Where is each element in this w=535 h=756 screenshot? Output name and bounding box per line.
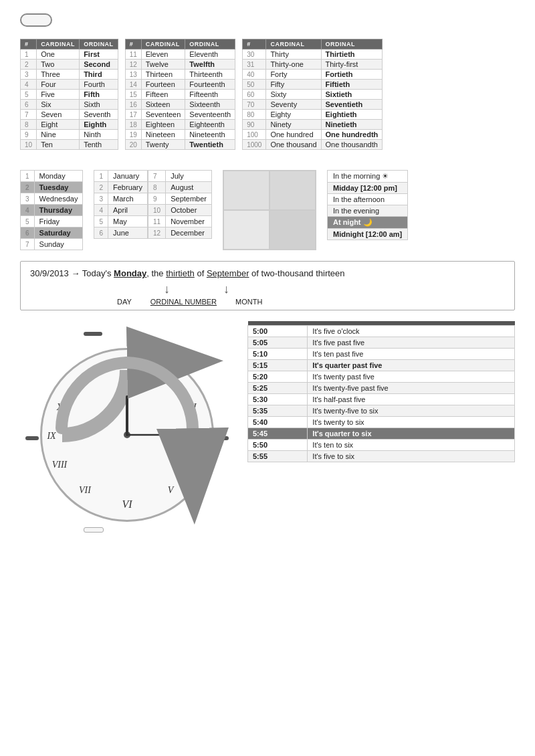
ordinal-cell: Seventieth bbox=[321, 100, 383, 110]
day-name: Saturday bbox=[34, 227, 83, 239]
day-num: 2 bbox=[21, 182, 35, 193]
cardinal-cell: Eleven bbox=[141, 50, 185, 60]
label-month: MONTH bbox=[235, 298, 262, 306]
num-cell: 17 bbox=[125, 110, 141, 120]
time-cell: 5:10 bbox=[248, 349, 308, 360]
arrow-month: ↓ bbox=[223, 282, 229, 296]
month-name: December bbox=[166, 227, 212, 239]
num-cell: 10 bbox=[21, 140, 37, 150]
months-table-1: 1 January2 February3 March4 April5 May6 … bbox=[94, 170, 148, 239]
cardinal-cell: Eight bbox=[37, 120, 80, 130]
date-the: , the bbox=[146, 268, 166, 278]
ordinal-cell: Ninetieth bbox=[321, 120, 383, 130]
numbers-tables: # CARDINAL ORDINAL 1 One First2 Two Seco… bbox=[20, 39, 515, 150]
day-name: Thursday bbox=[34, 205, 83, 216]
time-cell: 5:15 bbox=[248, 360, 308, 371]
cardinal-cell: Nine bbox=[37, 130, 80, 140]
day-name: Wednesday bbox=[34, 193, 83, 205]
time-desc: It's ten to six bbox=[308, 440, 515, 451]
cardinal-cell: Seventeen bbox=[141, 110, 185, 120]
daytime-label: In the evening bbox=[327, 205, 407, 217]
time-cell: 5:50 bbox=[248, 440, 308, 451]
cardinal-cell: Twelve bbox=[141, 60, 185, 70]
date-rest: of two-thousand thirteen bbox=[249, 268, 344, 278]
time-cell: 5:30 bbox=[248, 394, 308, 405]
days-block: 1 Monday2 Tuesday3 Wednesday4 Thursday5 … bbox=[20, 161, 83, 250]
month-num: 6 bbox=[94, 227, 108, 239]
month-num: 12 bbox=[148, 227, 166, 239]
col-ordinal: ORDINAL bbox=[321, 39, 383, 50]
ordinal-cell: Twelfth bbox=[185, 60, 235, 70]
col-ordinal: ORDINAL bbox=[80, 39, 118, 50]
oclock-button bbox=[84, 332, 102, 336]
time-desc: It's quarter to six bbox=[308, 428, 515, 440]
season-summer bbox=[270, 171, 316, 210]
month-num: 10 bbox=[148, 205, 166, 216]
time-desc: It's twenty to six bbox=[308, 417, 515, 428]
ordinal-cell: Second bbox=[80, 60, 118, 70]
col-cardinal: CARDINAL bbox=[141, 39, 185, 50]
col-cardinal: CARDINAL bbox=[266, 39, 321, 50]
day-num: 5 bbox=[21, 216, 35, 227]
month-num: 3 bbox=[94, 193, 108, 205]
month-name: April bbox=[108, 205, 148, 216]
month-name: June bbox=[108, 227, 148, 239]
date-box: 30/9/2013 → Today's Monday, the thirtiet… bbox=[20, 261, 515, 310]
ordinal-cell: Fiftieth bbox=[321, 80, 383, 90]
date-labels-row: DAY ORDINAL NUMBER MONTH bbox=[30, 298, 505, 306]
cardinal-cell: Thirteen bbox=[141, 70, 185, 80]
month-num: 7 bbox=[148, 171, 166, 182]
num-cell: 2 bbox=[21, 60, 37, 70]
num-cell: 16 bbox=[125, 100, 141, 110]
time-desc: It's twenty past five bbox=[308, 371, 515, 383]
daytime-label: Midday [12:00 pm] bbox=[327, 183, 407, 194]
num-cell: 50 bbox=[243, 80, 266, 90]
time-cell: 5:40 bbox=[248, 417, 308, 428]
date-example: 30/9/2013 → Today's Monday, the thirtiet… bbox=[30, 268, 505, 278]
num-cell: 15 bbox=[125, 90, 141, 100]
month-name: October bbox=[166, 205, 212, 216]
svg-text:VI: VI bbox=[122, 498, 132, 510]
col-num: # bbox=[21, 39, 37, 50]
num-cell: 40 bbox=[243, 70, 266, 80]
date-monday: Monday bbox=[114, 268, 146, 278]
cardinal-cell: Thirty bbox=[266, 50, 321, 60]
num-cell: 12 bbox=[125, 60, 141, 70]
month-num: 1 bbox=[94, 171, 108, 182]
month-name: March bbox=[108, 193, 148, 205]
cardinal-cell: Fourteen bbox=[141, 80, 185, 90]
months-table-2: 7 July8 August9 September10 October11 No… bbox=[148, 170, 212, 239]
num-cell: 4 bbox=[21, 80, 37, 90]
col-num: # bbox=[125, 39, 141, 50]
cardinal-cell: Thirty-one bbox=[266, 60, 321, 70]
ordinal-cell: Seventh bbox=[80, 110, 118, 120]
days-months-seasons-row: 1 Monday2 Tuesday3 Wednesday4 Thursday5 … bbox=[20, 161, 515, 250]
numbers-table-1: # CARDINAL ORDINAL 1 One First2 Two Seco… bbox=[20, 39, 118, 150]
svg-text:III: III bbox=[197, 431, 208, 441]
cardinal-cell: Sixteen bbox=[141, 100, 185, 110]
day-name: Sunday bbox=[34, 239, 83, 250]
time-cell: 5:35 bbox=[248, 405, 308, 417]
cardinal-cell: One bbox=[37, 50, 80, 60]
svg-text:V: V bbox=[168, 485, 175, 495]
num-cell: 1000 bbox=[243, 140, 266, 150]
num-cell: 7 bbox=[21, 110, 37, 120]
ordinal-cell: Thirty-first bbox=[321, 60, 383, 70]
cardinal-cell: One thousand bbox=[266, 140, 321, 150]
day-num: 1 bbox=[21, 171, 35, 182]
time-desc: It's ten past five bbox=[308, 349, 515, 360]
ordinal-cell: Tenth bbox=[80, 140, 118, 150]
ordinal-cell: Sixth bbox=[80, 100, 118, 110]
arrow-day: ↓ bbox=[164, 282, 170, 296]
header bbox=[20, 13, 515, 27]
month-name: August bbox=[166, 182, 212, 193]
num-cell: 9 bbox=[21, 130, 37, 140]
ordinal-cell: Twentieth bbox=[185, 140, 235, 150]
cardinal-cell: Forty bbox=[266, 70, 321, 80]
days-table: 1 Monday2 Tuesday3 Wednesday4 Thursday5 … bbox=[20, 170, 83, 250]
month-name: January bbox=[108, 171, 148, 182]
num-cell: 1 bbox=[21, 50, 37, 60]
cardinal-cell: One hundred bbox=[266, 130, 321, 140]
ordinal-cell: Sixteenth bbox=[185, 100, 235, 110]
col-ordinal: ORDINAL bbox=[185, 39, 235, 50]
